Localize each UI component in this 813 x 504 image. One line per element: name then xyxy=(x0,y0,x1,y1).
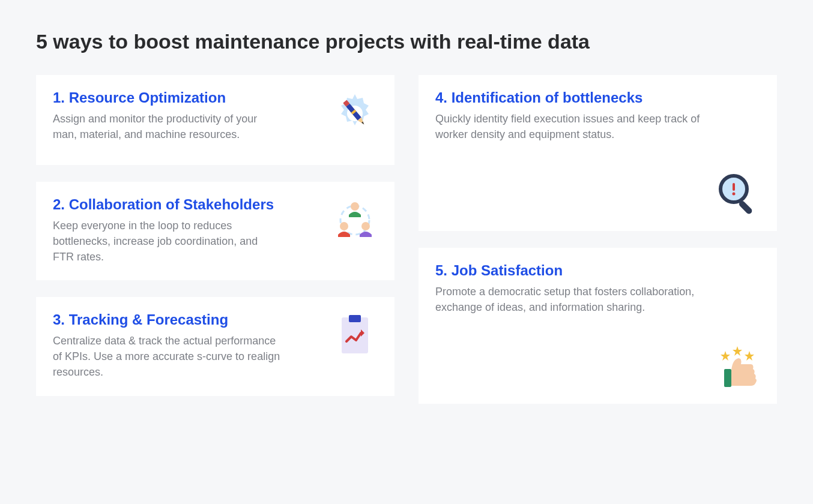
card-bottlenecks: 4. Identification of bottlenecks Quickly… xyxy=(419,75,777,231)
card-description: Assign and monitor the productivity of y… xyxy=(53,111,280,142)
card-collaboration: 2. Collaboration of Stakeholders Keep ev… xyxy=(36,182,394,280)
column-right: 4. Identification of bottlenecks Quickly… xyxy=(419,75,777,404)
svg-marker-19 xyxy=(745,351,754,361)
svg-rect-11 xyxy=(349,315,361,322)
card-description: Keep everyone in the loop to reduces bot… xyxy=(53,218,280,265)
card-heading: 1. Resource Optimization xyxy=(53,89,378,106)
card-heading: 3. Tracking & Forecasting xyxy=(53,311,378,328)
svg-point-9 xyxy=(361,222,370,230)
page-title: 5 ways to boost maintenance projects wit… xyxy=(36,30,777,53)
card-heading: 2. Collaboration of Stakeholders xyxy=(53,196,378,213)
card-heading: 5. Job Satisfaction xyxy=(435,262,760,279)
people-circle-icon xyxy=(331,196,379,244)
svg-point-8 xyxy=(340,222,348,230)
svg-rect-15 xyxy=(733,183,735,191)
card-description: Centralize data & track the actual perfo… xyxy=(53,333,280,380)
card-job-satisfaction: 5. Job Satisfaction Promote a democratic… xyxy=(419,248,777,404)
card-description: Promote a democratic setup that fosters … xyxy=(435,284,721,315)
svg-rect-10 xyxy=(342,317,368,353)
columns: 1. Resource Optimization Assign and moni… xyxy=(36,75,777,404)
gear-pencil-icon xyxy=(331,89,379,137)
magnifier-alert-icon xyxy=(713,170,761,218)
svg-marker-18 xyxy=(733,346,742,356)
svg-point-7 xyxy=(351,202,359,211)
svg-point-16 xyxy=(733,193,736,196)
column-left: 1. Resource Optimization Assign and moni… xyxy=(36,75,394,404)
card-tracking: 3. Tracking & Forecasting Centralize dat… xyxy=(36,297,394,395)
thumbs-up-stars-icon xyxy=(713,343,761,391)
svg-marker-17 xyxy=(721,351,730,361)
svg-rect-20 xyxy=(724,369,731,387)
card-heading: 4. Identification of bottlenecks xyxy=(435,89,760,106)
clipboard-chart-icon xyxy=(331,311,379,359)
card-resource-optimization: 1. Resource Optimization Assign and moni… xyxy=(36,75,394,165)
card-description: Quickly identity field execution issues … xyxy=(435,111,721,142)
svg-rect-14 xyxy=(738,200,753,215)
